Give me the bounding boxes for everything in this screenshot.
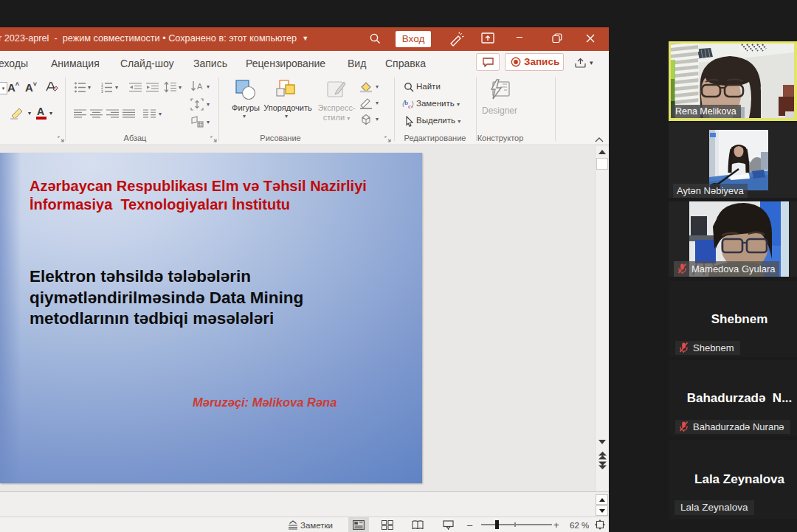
- svg-text:A: A: [197, 82, 203, 91]
- svg-text:c: c: [408, 103, 411, 110]
- svg-text:3: 3: [101, 89, 103, 93]
